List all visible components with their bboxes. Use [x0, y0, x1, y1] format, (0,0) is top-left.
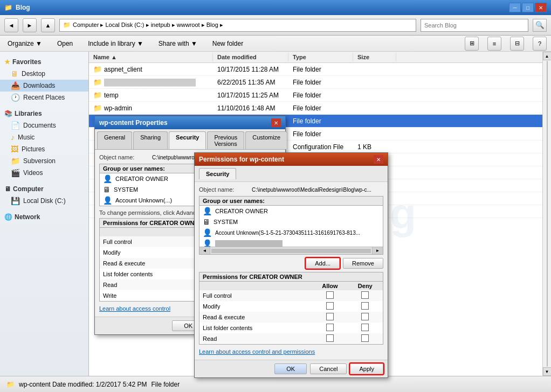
share-label: Share with ▼ — [159, 40, 197, 47]
table-row[interactable]: 📁wp-content File folder — [89, 115, 542, 128]
file-size — [353, 107, 396, 109]
file-icon: 📄 — [93, 169, 102, 177]
col-header-name[interactable]: Name ▲ — [89, 53, 213, 61]
file-type: File folder — [288, 103, 353, 113]
title-bar-left: 📁 Blog — [4, 4, 30, 11]
close-button[interactable]: ✕ — [535, 3, 547, 12]
libraries-icon: 📚 — [4, 110, 12, 117]
sidebar-item-documents[interactable]: 📄 Documents — [0, 120, 88, 131]
scrollbar[interactable]: ▲ ▼ — [542, 52, 551, 376]
file-name: 📁aspnet_client — [89, 64, 213, 74]
table-row[interactable]: 📁████████████████████ 6/22/2015 11:35 AM… — [89, 76, 542, 89]
file-name: 📁████████████████████ — [89, 77, 213, 87]
sidebar-item-downloads[interactable]: 📥 Downloads — [0, 80, 88, 92]
col-header-type[interactable]: Type — [288, 53, 353, 61]
file-size: 24 KB — [353, 194, 396, 204]
file-date: 10/17/2015 11:28 AM — [213, 65, 288, 74]
file-name: 📄meta███████ — [89, 206, 213, 216]
file-type: File folder — [288, 90, 353, 100]
table-row[interactable]: 📄████████████████████ Configuration File… — [89, 141, 542, 153]
network-section: 🌐 Network — [0, 211, 88, 223]
computer-icon: 🖥 — [4, 185, 11, 193]
back-button[interactable]: ◄ — [4, 18, 18, 32]
disk-icon: 💾 — [11, 197, 20, 205]
include-library-label: Include in library ▼ — [88, 40, 143, 47]
sidebar-desktop-label: Desktop — [22, 70, 45, 78]
status-text: wp-content Date modified: 1/2/2017 5:42 … — [19, 381, 147, 388]
file-size: 20 KB — [353, 181, 396, 191]
table-row[interactable]: 📄meta███████ 3 KB — [89, 205, 542, 218]
sidebar-item-videos[interactable]: 🎬 Videos — [0, 167, 88, 179]
table-row[interactable]: 📁inde████████ — [89, 153, 542, 166]
new-folder-menu[interactable]: New folder — [209, 39, 246, 48]
view-options-button[interactable]: ⊟ — [510, 37, 524, 51]
scroll-thumb[interactable] — [547, 61, 548, 367]
file-type: File folder — [288, 78, 353, 87]
file-name: 📁wp-content — [89, 116, 213, 126]
file-size — [353, 133, 396, 135]
file-date: 11/10/2016 1:48 AM — [213, 103, 288, 113]
forward-button[interactable]: ► — [23, 18, 37, 32]
restore-button[interactable]: □ — [522, 3, 534, 12]
sidebar-item-local-disk[interactable]: 💾 Local Disk (C:) — [0, 195, 88, 207]
table-row[interactable]: 📄licer███████ 20 KB — [89, 179, 542, 192]
properties-close-button[interactable]: ✕ — [271, 118, 281, 127]
downloads-icon: 📥 — [11, 81, 20, 90]
sidebar: ★ Favorites 🖥 Desktop 📥 Downloads 🕐 Rece… — [0, 52, 89, 376]
minimize-button[interactable]: ─ — [509, 3, 521, 12]
view-large-icons-button[interactable]: ⊞ — [465, 37, 479, 51]
sidebar-item-desktop[interactable]: 🖥 Desktop — [0, 68, 88, 80]
permissions-close-button[interactable]: ✕ — [374, 155, 383, 164]
sidebar-music-label: Music — [18, 134, 35, 141]
organize-menu[interactable]: Organize ▼ — [4, 39, 45, 48]
favorites-header[interactable]: ★ Favorites — [0, 56, 88, 68]
sidebar-documents-label: Documents — [23, 122, 56, 129]
search-button[interactable]: 🔍 — [533, 19, 547, 32]
file-list-header: Name ▲ Date modified Type Size — [89, 52, 542, 63]
table-row[interactable]: 📁wp-admin 11/10/2016 1:48 AM File folder — [89, 102, 542, 115]
up-button[interactable]: ▲ — [41, 18, 55, 32]
sidebar-item-pictures[interactable]: 🖼 Pictures — [0, 143, 88, 155]
file-name: 📄Live██████ — [89, 193, 213, 204]
computer-header[interactable]: 🖥 Computer — [0, 183, 88, 195]
file-name: 📄licer███████ — [89, 180, 213, 191]
desktop-icon: 🖥 — [11, 69, 18, 78]
file-date — [213, 185, 288, 187]
scroll-down-arrow[interactable]: ▼ — [543, 367, 552, 376]
table-row[interactable]: 📁wp-i██████ File folder — [89, 128, 542, 141]
pictures-icon: 🖼 — [11, 145, 18, 153]
scroll-up-arrow[interactable]: ▲ — [543, 52, 552, 60]
share-menu[interactable]: Share with ▼ — [155, 39, 201, 48]
folder-icon: 📁 — [93, 156, 102, 164]
table-row[interactable]: 📁aspnet_client 10/17/2015 11:28 AM File … — [89, 63, 542, 76]
view-details-button[interactable]: ≡ — [487, 37, 501, 51]
address-bar[interactable]: 📁 Computer ▸ Local Disk (C:) ▸ inetpub ▸… — [59, 19, 416, 32]
search-input[interactable] — [421, 19, 528, 32]
file-type — [288, 185, 353, 187]
table-row[interactable]: 📄Late████████ 75 KB — [89, 166, 542, 179]
libraries-header[interactable]: 📚 Libraries — [0, 108, 88, 120]
sidebar-item-recent[interactable]: 🕐 Recent Places — [0, 92, 88, 103]
folder-icon: 📁 — [93, 78, 102, 86]
folder-icon: 📁 — [93, 91, 102, 99]
file-size: 1 KB — [353, 142, 396, 152]
include-library-menu[interactable]: Include in library ▼ — [85, 39, 147, 48]
table-row[interactable]: 📁temp 10/17/2015 11:25 AM File folder — [89, 89, 542, 102]
file-date: 10/17/2015 11:25 AM — [213, 90, 288, 100]
recent-icon: 🕐 — [11, 93, 20, 102]
address-text: Computer ▸ Local Disk (C:) ▸ inetpub ▸ w… — [73, 22, 223, 29]
col-header-date[interactable]: Date modified — [213, 53, 288, 61]
libraries-label: Libraries — [15, 110, 42, 117]
folder-icon: 📁 — [63, 22, 71, 29]
favorites-label: Favorites — [12, 58, 41, 66]
folder-icon: 📁 — [6, 381, 15, 388]
col-header-size[interactable]: Size — [353, 53, 396, 61]
sidebar-subversion-label: Subversion — [23, 157, 56, 165]
table-row[interactable]: 📄Live██████ 24 KB — [89, 192, 542, 205]
folder-icon: 📁 — [93, 130, 102, 138]
open-menu[interactable]: Open — [54, 39, 76, 48]
help-button[interactable]: ? — [533, 37, 547, 51]
sidebar-item-subversion[interactable]: 📁 Subversion — [0, 155, 88, 167]
network-header[interactable]: 🌐 Network — [0, 211, 88, 223]
sidebar-item-music[interactable]: ♪ Music — [0, 131, 88, 143]
